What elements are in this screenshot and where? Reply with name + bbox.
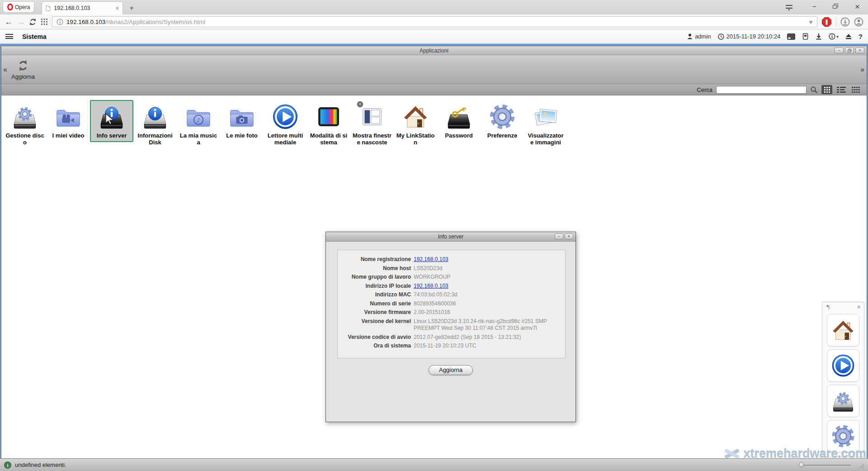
refresh-label: Aggiorna xyxy=(11,73,35,80)
field-row: Nome hostLS520D23d xyxy=(338,265,561,272)
minimize-button[interactable]: − xyxy=(555,233,563,239)
refresh-icon xyxy=(16,59,30,72)
close-button[interactable]: × xyxy=(855,48,864,53)
refresh-button[interactable]: Aggiorna xyxy=(11,59,35,80)
status-bar: i undefined elementi. xyxy=(0,458,868,471)
user-menu[interactable]: admin xyxy=(687,33,711,40)
chevron-down-icon: ▾ xyxy=(788,9,790,11)
app-item-password[interactable]: Password xyxy=(437,100,481,142)
tab-close-icon[interactable]: × xyxy=(115,5,119,11)
back-button[interactable]: ← xyxy=(5,18,13,26)
search-input[interactable] xyxy=(716,86,807,94)
field-row: Nome registrazione192.168.0.103 xyxy=(338,256,561,263)
divider xyxy=(836,17,836,26)
close-button[interactable]: × xyxy=(855,2,860,11)
registration-name-link[interactable]: 192.168.0.103 xyxy=(414,256,561,263)
app-item-mostra-finestre-nascoste[interactable]: × Mostra finestre nascoste xyxy=(350,100,394,148)
expand-toolbar-button[interactable]: » xyxy=(860,66,864,74)
reload-button[interactable] xyxy=(29,18,37,26)
app-item-informazioni-disk[interactable]: Informazioni Disk xyxy=(133,100,177,148)
page-info-icon[interactable] xyxy=(57,19,63,25)
dock-item-disk-manager[interactable] xyxy=(827,385,859,417)
profile-icon[interactable] xyxy=(854,17,863,27)
dock-header: ↰ « xyxy=(822,302,864,311)
app-item-preferenze[interactable]: Preferenze xyxy=(481,100,524,142)
launcher-dock: ↰ « xyxy=(822,302,864,457)
browser-address-bar: ← → 192.168.0.103/rtknas2/Applications/S… xyxy=(0,14,868,29)
app-item-visualizzatore-immagini[interactable]: Visualizzatore immagini xyxy=(524,100,567,148)
restore-icon xyxy=(833,4,839,9)
house-icon xyxy=(830,318,856,343)
undo-arrow-icon[interactable]: ↰ xyxy=(826,304,830,310)
app-item-i-miei-video[interactable]: I miei video xyxy=(47,100,90,142)
hdd-dark-info-icon xyxy=(98,103,126,131)
dialog-controls: − × xyxy=(555,233,573,239)
bookmark-heart-icon[interactable]: ♥ xyxy=(809,19,813,25)
search-icon[interactable] xyxy=(810,86,818,94)
usb-device-icon[interactable] xyxy=(802,33,809,40)
gear-icon xyxy=(488,103,516,131)
app-item-info-server[interactable]: Info server xyxy=(90,100,133,142)
app-item-my-linkstation[interactable]: My LinkStation xyxy=(394,100,437,148)
chevron-down-icon: ▾ xyxy=(836,34,839,39)
field-row: Versione del kernelLinux LS520D23d 3.10.… xyxy=(338,318,561,332)
url-field[interactable]: 192.168.0.103/rtknas2/Applications/Syste… xyxy=(52,16,817,27)
system-menu-title[interactable]: Sistema xyxy=(22,33,47,40)
remote-console-icon[interactable] xyxy=(787,33,795,40)
minimize-button[interactable]: − xyxy=(812,3,816,10)
browser-tab[interactable]: 192.168.0.103 × xyxy=(42,1,123,14)
field-row: Ora di sistema2015-11-19 20:10:23 UTC xyxy=(338,343,561,350)
dock-item-preferences[interactable] xyxy=(827,420,859,452)
app-item-la-mia-musica[interactable]: La mia musica xyxy=(177,100,220,148)
collapse-chevrons-icon[interactable]: « xyxy=(856,305,862,308)
view-grid-button[interactable] xyxy=(821,85,832,94)
field-value: 2.00-20151016 xyxy=(414,309,561,316)
window-titlebar[interactable]: Applicazioni − × xyxy=(1,46,867,55)
new-tab-button[interactable]: + xyxy=(129,4,134,12)
opera-menu-button[interactable]: Opera xyxy=(3,1,34,13)
view-dense-button[interactable] xyxy=(850,85,861,94)
display-rgb-icon xyxy=(315,103,343,131)
resize-grip[interactable] xyxy=(857,461,864,468)
tab-title: 192.168.0.103 xyxy=(54,5,112,11)
field-value: 80289354600036 xyxy=(414,300,561,308)
app-item-le-mie-foto[interactable]: Le mie foto xyxy=(220,100,264,142)
close-button[interactable]: × xyxy=(565,233,573,239)
view-list-button[interactable] xyxy=(836,85,847,94)
app-item-lettore-multimediale[interactable]: Lettore multimediale xyxy=(264,100,307,148)
close-badge-icon[interactable]: × xyxy=(357,101,363,108)
tab-menu-icon[interactable]: ▾ xyxy=(786,5,793,11)
dialog-refresh-button[interactable]: Aggiorna xyxy=(429,365,473,375)
adblock-badge-icon[interactable] xyxy=(821,17,832,27)
help-button[interactable]: ? xyxy=(859,33,863,40)
hdd-gear-icon xyxy=(830,388,856,414)
app-item-modalita-di-sistema[interactable]: Modalità di sistema xyxy=(307,100,350,148)
downloads-icon[interactable] xyxy=(840,17,850,27)
window-toolbar: « Aggiorna » xyxy=(1,55,867,84)
restore-button[interactable] xyxy=(833,3,839,10)
speed-dial-icon[interactable] xyxy=(41,18,48,25)
info-server-dialog: Info server − × Nome registrazione192.16… xyxy=(326,232,576,422)
local-ip-link[interactable]: 192.168.0.103 xyxy=(414,283,561,290)
download-icon[interactable] xyxy=(816,33,822,40)
eject-icon[interactable] xyxy=(845,33,852,39)
zoom-slider[interactable] xyxy=(799,462,851,468)
restore-button[interactable] xyxy=(845,48,854,53)
status-message: undefined elementi. xyxy=(15,461,66,468)
search-strip: Cerca xyxy=(1,84,867,95)
info-menu[interactable]: ▾ xyxy=(829,33,839,40)
forward-button[interactable]: → xyxy=(17,18,25,26)
image-stack-icon xyxy=(532,103,560,131)
field-row: Versione codice di avvio2012.07-ge82edd2… xyxy=(338,334,561,341)
collapse-toolbar-button[interactable]: « xyxy=(3,66,7,74)
dialog-titlebar[interactable]: Info server − × xyxy=(326,232,576,242)
menu-hamburger-icon[interactable] xyxy=(5,34,13,39)
dock-item-media-player[interactable] xyxy=(827,349,859,382)
minimize-button[interactable]: − xyxy=(835,48,844,53)
field-row: Numero di serie80289354600036 xyxy=(338,300,561,308)
app-item-gestione-disco[interactable]: Gestione disco xyxy=(3,100,47,148)
dock-item-my-linkstation[interactable] xyxy=(827,314,859,347)
browser-tab-bar: Opera 192.168.0.103 × + ▾ − × xyxy=(0,0,868,14)
url-host: 192.168.0.103 xyxy=(66,19,105,25)
slider-knob[interactable] xyxy=(799,462,804,467)
